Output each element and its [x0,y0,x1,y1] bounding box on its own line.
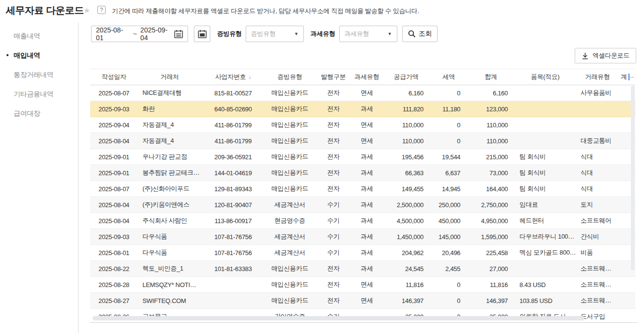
cell: 2025-08-07 [90,181,138,197]
cell: 450,000 [430,213,467,229]
cell: 과세 [352,197,382,213]
cell: 맥심 모카골드 800… [515,245,576,261]
date-range-input[interactable]: 2025-08-01 ~ 2025-09-04 [91,26,188,42]
cell: 과세 [352,101,382,117]
cell: 2025-08-04 [90,213,138,229]
table-row[interactable]: 2025-09-04자동결제_4411-86-01799매입신용카드전자면세11… [90,117,635,133]
cell [619,293,635,309]
calendar-button[interactable] [194,26,210,42]
column-header-8[interactable]: 합계 [467,69,515,85]
cell: 다우식품 [138,245,202,261]
table-row[interactable]: 2025-08-04자동결제_4411-86-01799매입신용카드전자면세11… [90,133,635,149]
table-row[interactable]: 2025-08-07(주)신화아이푸드129-81-89343매입신용카드전자과… [90,181,635,197]
cell: 면세 [352,277,382,293]
table-row[interactable]: 2025-08-07NICE결제대행815-81-00527매입신용카드전자면세… [90,85,635,101]
cell: 14,945 [430,181,467,197]
cell: 식대 [576,149,619,165]
search-button[interactable]: 조회 [402,26,438,42]
table-row[interactable]: 2025-08-27SWIFTEQ.COM매입신용카드전자면세146,39701… [90,293,635,309]
cell: 6,160 [382,85,430,101]
table-row[interactable]: 2025-08-04(주)키움이앤에스120-81-90407세금계산서수기과세… [90,197,635,213]
column-header-0[interactable]: 작성일자 [90,69,138,85]
sidebar-item-label: 매입내역 [14,51,40,60]
cell: 면세 [352,133,382,149]
cell: 전자 [315,165,352,181]
cell: 107-81-76756 [202,245,265,261]
cell: 소프트웨… [576,261,619,277]
cell: 4,950,000 [467,213,515,229]
cell: 149,455 [382,181,430,197]
cell: 전자 [315,117,352,133]
table-row[interactable]: 2025-08-01다우식품107-81-76756세금계산서수기과세204,9… [90,245,635,261]
table-row[interactable]: 2025-09-01봉추찜닭 판교테크…144-01-04619매입신용카드전자… [90,165,635,181]
cell: 다우식품 [138,229,202,245]
table-row[interactable]: 2025-08-04주식회사 사람인113-86-00917현금영수증수기과세4… [90,213,635,229]
date-start: 2025-08-01 [96,26,129,42]
cell: 대중교통비 [576,133,619,149]
horizontal-scrollbar[interactable] [93,316,584,320]
cell: 과세 [352,245,382,261]
sidebar-item-0[interactable]: 매출내역 [0,27,78,46]
sidebar-item-2[interactable]: 통장거래내역 [0,65,78,85]
table-row[interactable]: 2025-09-03화란640-85-02690매입신용카드전자과세111,82… [90,101,635,117]
cell [515,117,576,133]
page-description: 기간에 따라 제출해야할 세무자료를 엑셀로 다운로드 받거나, 담당 세무사무… [112,7,419,15]
sort-down-icon[interactable]: ↓ [248,74,251,80]
search-icon [408,30,419,38]
column-header-9[interactable]: 품목(적요) [515,69,576,85]
column-header-6[interactable]: 공급가액 [382,69,430,85]
sidebar-item-3[interactable]: 기타금융내역 [0,85,78,104]
column-header-11[interactable]: 계·· [619,69,635,85]
column-resize-indicator[interactable] [628,74,629,80]
favorite-star-icon[interactable]: ★ [83,6,90,15]
table-row[interactable]: 2025-08-22헥토_비인증_1101-81-63383매입신용카드전자과세… [90,261,635,277]
column-header-2[interactable]: 사업자번호↓ [202,69,265,85]
tax-type-select[interactable]: 과세유형 ▼ [339,26,397,42]
column-header-7[interactable]: 세액 [430,69,467,85]
cell: 면세 [352,85,382,101]
cell [515,85,576,101]
cell: 195,456 [382,149,430,165]
cell: 110,000 [467,117,515,133]
cell: 화란 [138,101,202,117]
evidence-type-placeholder: 증빙유형 [251,30,276,38]
table-row[interactable]: 2025-09-03다우식품107-81-76756세금계산서수기과세1,450… [90,229,635,245]
cell: 봉추찜닭 판교테크… [138,165,202,181]
column-header-label: 발행구분 [321,73,346,80]
table-header-row: 작성일자거래처사업자번호↓증빙유형발행구분과세유형공급가액세액합계품목(적요)거… [90,69,635,85]
cell: 소프트웨… [576,293,619,309]
column-header-3[interactable]: 증빙유형 [265,69,315,85]
sidebar-item-4[interactable]: 급여대장 [0,104,78,123]
cell: 전자 [315,133,352,149]
cell: 수기 [315,245,352,261]
evidence-type-label: 증빙유형 [217,30,242,38]
table-row[interactable]: 2025-09-01우나기강 판교점209-36-05921매입신용카드전자과세… [90,149,635,165]
sidebar-item-1[interactable]: •매입내역 [0,46,78,65]
cell: 우나기강 판교점 [138,149,202,165]
active-bullet: • [6,51,9,59]
column-header-4[interactable]: 발행구분 [315,69,352,85]
cell: 전자 [315,181,352,197]
cell: 2,500,000 [382,197,430,213]
evidence-type-select[interactable]: 증빙유형 ▼ [246,26,304,42]
column-header-label: 품목(적요) [531,73,560,80]
cell: 11,816 [382,277,430,293]
cell: 헥토_비인증_1 [138,261,202,277]
column-header-1[interactable]: 거래처 [138,69,202,85]
cell: 2025-08-27 [90,293,138,309]
cell: 2025-08-04 [90,197,138,213]
table-row[interactable]: 2025-08-28LEMSQZY* NOTI…매입신용카드전자면세11,816… [90,277,635,293]
vertical-scrollbar[interactable] [631,86,635,271]
sidebar-item-label: 기타금융내역 [14,90,53,99]
column-header-10[interactable]: 거래유형 [576,69,619,85]
cell: 215,000 [467,149,515,165]
column-header-5[interactable]: 과세유형 [352,69,382,85]
cell: 헤드헌터 [515,213,576,229]
cell: 4,500,000 [382,213,430,229]
cell: 2025-09-01 [90,165,138,181]
cell: 매입신용카드 [265,117,315,133]
cell: 2025-08-28 [90,277,138,293]
cell: 250,000 [430,197,467,213]
excel-download-button[interactable]: 엑셀다운로드 [575,48,636,63]
help-icon[interactable]: ? [97,6,106,14]
